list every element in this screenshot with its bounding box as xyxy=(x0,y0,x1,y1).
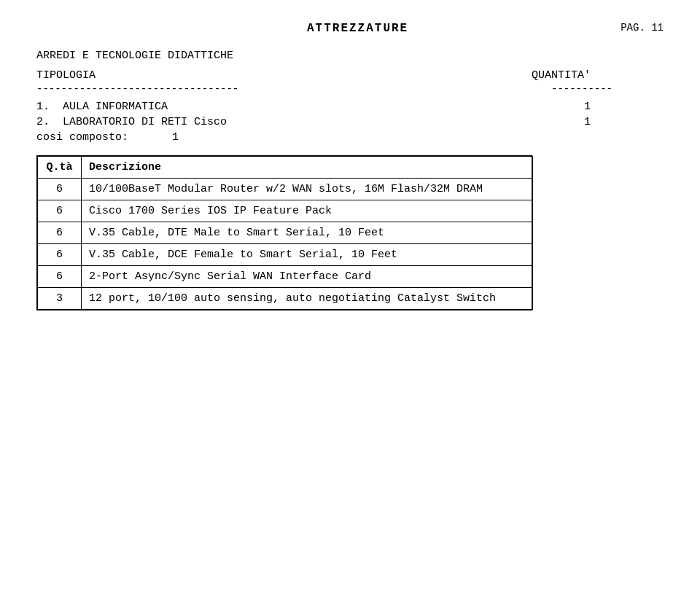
item-2-text: 2. LABORATORIO DI RETI Cisco xyxy=(36,116,227,128)
table-cell-qty: 6 xyxy=(38,266,82,288)
table-cell-qty: 6 xyxy=(38,222,82,244)
table-cell-desc: Cisco 1700 Series IOS IP Feature Pack xyxy=(81,200,532,222)
quantita-label: QUANTITA' xyxy=(532,69,664,82)
equipment-table-container: Q.tà Descrizione 610/100BaseT Modular Ro… xyxy=(36,155,532,310)
table-cell-qty: 6 xyxy=(38,179,82,200)
table-cell-desc: V.35 Cable, DTE Male to Smart Serial, 10… xyxy=(81,222,532,244)
list-item-1: 1. AULA INFORMATICA 1 xyxy=(36,101,664,113)
section-heading: ARREDI E TECNOLOGIE DIDATTICHE xyxy=(36,50,664,62)
divider-main: --------------------------------- xyxy=(36,83,238,95)
table-row: 610/100BaseT Modular Router w/2 WAN slot… xyxy=(38,179,533,200)
item-2-qty: 1 xyxy=(584,116,664,128)
tipologia-label: TIPOLOGIA xyxy=(36,69,96,82)
divider-row: --------------------------------- ------… xyxy=(36,83,664,95)
page-header: ATTREZZATURE PAG. 11 xyxy=(36,22,664,35)
table-cell-desc: 2-Port Async/Sync Serial WAN Interface C… xyxy=(81,266,532,288)
table-row: 62-Port Async/Sync Serial WAN Interface … xyxy=(38,266,533,288)
table-cell-qty: 3 xyxy=(38,288,82,310)
list-item-2: 2. LABORATORIO DI RETI Cisco 1 xyxy=(36,116,664,128)
cosi-qty: 1 xyxy=(172,131,179,144)
table-cell-qty: 6 xyxy=(38,244,82,266)
table-header-row: Q.tà Descrizione xyxy=(38,157,533,179)
cosi-label: cosi composto: xyxy=(36,131,128,144)
table-row: 6V.35 Cable, DTE Male to Smart Serial, 1… xyxy=(38,222,533,244)
item-1-qty: 1 xyxy=(584,101,664,113)
col-header-desc: Descrizione xyxy=(81,157,532,179)
divider-right: ---------- xyxy=(551,83,664,95)
table-row: 6V.35 Cable, DCE Female to Smart Serial,… xyxy=(38,244,533,266)
page-number: PAG. 11 xyxy=(621,22,664,34)
table-cell-desc: V.35 Cable, DCE Female to Smart Serial, … xyxy=(81,244,532,266)
table-cell-qty: 6 xyxy=(38,200,82,222)
equipment-table: Q.tà Descrizione 610/100BaseT Modular Ro… xyxy=(37,156,533,310)
table-row: 312 port, 10/100 auto sensing, auto nego… xyxy=(38,288,533,310)
item-1-text: 1. AULA INFORMATICA xyxy=(36,101,168,113)
page-title: ATTREZZATURE xyxy=(95,22,621,35)
cosi-row: cosi composto: 1 xyxy=(36,131,664,144)
table-cell-desc: 10/100BaseT Modular Router w/2 WAN slots… xyxy=(81,179,532,200)
table-row: 6Cisco 1700 Series IOS IP Feature Pack xyxy=(38,200,533,222)
table-cell-desc: 12 port, 10/100 auto sensing, auto negot… xyxy=(81,288,532,310)
column-headers: TIPOLOGIA QUANTITA' xyxy=(36,69,664,82)
col-header-qty: Q.tà xyxy=(38,157,82,179)
